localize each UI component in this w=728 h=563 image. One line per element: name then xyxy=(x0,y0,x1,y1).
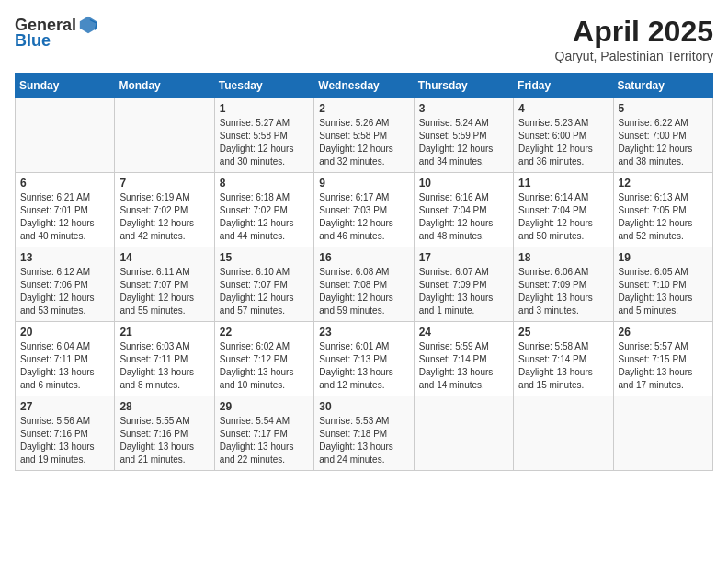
day-info: Sunrise: 6:18 AM Sunset: 7:02 PM Dayligh… xyxy=(220,191,309,243)
calendar-cell: 4Sunrise: 5:23 AM Sunset: 6:00 PM Daylig… xyxy=(514,98,613,173)
day-number: 22 xyxy=(220,326,309,339)
day-info: Sunrise: 6:22 AM Sunset: 7:00 PM Dayligh… xyxy=(619,117,708,168)
day-info: Sunrise: 6:16 AM Sunset: 7:04 PM Dayligh… xyxy=(419,191,508,243)
calendar-cell: 7Sunrise: 6:19 AM Sunset: 7:02 PM Daylig… xyxy=(115,173,214,247)
calendar-cell: 24Sunrise: 5:59 AM Sunset: 7:14 PM Dayli… xyxy=(414,322,513,396)
day-number: 13 xyxy=(20,251,109,264)
day-info: Sunrise: 6:21 AM Sunset: 7:01 PM Dayligh… xyxy=(20,191,109,243)
calendar-cell: 19Sunrise: 6:05 AM Sunset: 7:10 PM Dayli… xyxy=(613,247,712,322)
calendar-cell: 11Sunrise: 6:14 AM Sunset: 7:04 PM Dayli… xyxy=(514,173,613,247)
day-number: 6 xyxy=(20,177,109,190)
day-number: 23 xyxy=(319,326,408,339)
day-info: Sunrise: 6:19 AM Sunset: 7:02 PM Dayligh… xyxy=(119,191,209,243)
day-info: Sunrise: 5:24 AM Sunset: 5:59 PM Dayligh… xyxy=(419,117,508,168)
day-info: Sunrise: 6:13 AM Sunset: 7:05 PM Dayligh… xyxy=(619,191,708,243)
day-number: 3 xyxy=(419,102,508,115)
calendar-cell: 5Sunrise: 6:22 AM Sunset: 7:00 PM Daylig… xyxy=(613,98,712,173)
day-number: 16 xyxy=(319,251,408,264)
calendar-cell: 9Sunrise: 6:17 AM Sunset: 7:03 PM Daylig… xyxy=(314,173,414,247)
calendar-cell: 12Sunrise: 6:13 AM Sunset: 7:05 PM Dayli… xyxy=(613,173,712,247)
calendar-cell: 14Sunrise: 6:11 AM Sunset: 7:07 PM Dayli… xyxy=(115,247,214,322)
day-info: Sunrise: 6:05 AM Sunset: 7:10 PM Dayligh… xyxy=(619,266,708,317)
day-info: Sunrise: 6:01 AM Sunset: 7:13 PM Dayligh… xyxy=(319,340,408,392)
day-info: Sunrise: 6:10 AM Sunset: 7:07 PM Dayligh… xyxy=(220,266,309,317)
calendar-table: SundayMondayTuesdayWednesdayThursdayFrid… xyxy=(15,73,713,471)
calendar-cell xyxy=(514,396,613,471)
calendar-cell: 2Sunrise: 5:26 AM Sunset: 5:58 PM Daylig… xyxy=(314,98,414,173)
day-info: Sunrise: 6:14 AM Sunset: 7:04 PM Dayligh… xyxy=(518,191,608,243)
day-info: Sunrise: 6:03 AM Sunset: 7:11 PM Dayligh… xyxy=(119,340,209,392)
day-number: 14 xyxy=(119,251,209,264)
day-number: 28 xyxy=(119,400,209,413)
calendar-day-header: Wednesday xyxy=(314,74,414,98)
calendar-day-header: Saturday xyxy=(613,74,712,98)
calendar-cell: 18Sunrise: 6:06 AM Sunset: 7:09 PM Dayli… xyxy=(514,247,613,322)
day-info: Sunrise: 6:02 AM Sunset: 7:12 PM Dayligh… xyxy=(220,340,309,392)
calendar-cell: 1Sunrise: 5:27 AM Sunset: 5:58 PM Daylig… xyxy=(214,98,313,173)
day-info: Sunrise: 6:17 AM Sunset: 7:03 PM Dayligh… xyxy=(319,191,408,243)
calendar-cell xyxy=(414,396,513,471)
day-info: Sunrise: 5:59 AM Sunset: 7:14 PM Dayligh… xyxy=(419,340,508,392)
day-info: Sunrise: 6:06 AM Sunset: 7:09 PM Dayligh… xyxy=(518,266,608,317)
day-number: 25 xyxy=(518,326,608,339)
calendar-cell: 27Sunrise: 5:56 AM Sunset: 7:16 PM Dayli… xyxy=(16,396,115,471)
day-number: 1 xyxy=(220,102,309,115)
day-number: 10 xyxy=(419,177,508,190)
day-number: 19 xyxy=(619,251,708,264)
calendar-cell: 23Sunrise: 6:01 AM Sunset: 7:13 PM Dayli… xyxy=(314,322,414,396)
day-number: 8 xyxy=(220,177,309,190)
day-number: 18 xyxy=(518,251,608,264)
day-info: Sunrise: 5:23 AM Sunset: 6:00 PM Dayligh… xyxy=(518,117,608,168)
calendar-cell: 10Sunrise: 6:16 AM Sunset: 7:04 PM Dayli… xyxy=(414,173,513,247)
calendar-day-header: Sunday xyxy=(16,74,115,98)
day-info: Sunrise: 6:07 AM Sunset: 7:09 PM Dayligh… xyxy=(419,266,508,317)
logo: General Blue xyxy=(15,15,98,51)
title-block: April 2025 Qaryut, Palestinian Territory xyxy=(555,15,713,63)
day-info: Sunrise: 6:04 AM Sunset: 7:11 PM Dayligh… xyxy=(20,340,109,392)
day-number: 15 xyxy=(220,251,309,264)
calendar-cell: 21Sunrise: 6:03 AM Sunset: 7:11 PM Dayli… xyxy=(115,322,214,396)
calendar-cell: 13Sunrise: 6:12 AM Sunset: 7:06 PM Dayli… xyxy=(16,247,115,322)
day-number: 9 xyxy=(319,177,408,190)
calendar-cell: 15Sunrise: 6:10 AM Sunset: 7:07 PM Dayli… xyxy=(214,247,313,322)
day-info: Sunrise: 5:55 AM Sunset: 7:16 PM Dayligh… xyxy=(119,415,209,466)
calendar-week-row: 20Sunrise: 6:04 AM Sunset: 7:11 PM Dayli… xyxy=(16,322,713,396)
calendar-header-row: SundayMondayTuesdayWednesdayThursdayFrid… xyxy=(16,74,713,98)
day-info: Sunrise: 5:56 AM Sunset: 7:16 PM Dayligh… xyxy=(20,415,109,466)
day-number: 11 xyxy=(518,177,608,190)
calendar-day-header: Thursday xyxy=(414,74,513,98)
calendar-cell: 28Sunrise: 5:55 AM Sunset: 7:16 PM Dayli… xyxy=(115,396,214,471)
logo-text-blue: Blue xyxy=(15,31,51,51)
page-header: General Blue April 2025 Qaryut, Palestin… xyxy=(15,15,713,63)
day-number: 17 xyxy=(419,251,508,264)
calendar-cell xyxy=(115,98,214,173)
calendar-cell: 16Sunrise: 6:08 AM Sunset: 7:08 PM Dayli… xyxy=(314,247,414,322)
day-info: Sunrise: 6:12 AM Sunset: 7:06 PM Dayligh… xyxy=(20,266,109,317)
day-info: Sunrise: 5:53 AM Sunset: 7:18 PM Dayligh… xyxy=(319,415,408,466)
calendar-cell: 3Sunrise: 5:24 AM Sunset: 5:59 PM Daylig… xyxy=(414,98,513,173)
calendar-day-header: Friday xyxy=(514,74,613,98)
day-number: 5 xyxy=(619,102,708,115)
day-number: 21 xyxy=(119,326,209,339)
calendar-cell: 20Sunrise: 6:04 AM Sunset: 7:11 PM Dayli… xyxy=(16,322,115,396)
calendar-week-row: 6Sunrise: 6:21 AM Sunset: 7:01 PM Daylig… xyxy=(16,173,713,247)
day-number: 20 xyxy=(20,326,109,339)
day-number: 30 xyxy=(319,400,408,413)
calendar-cell: 8Sunrise: 6:18 AM Sunset: 7:02 PM Daylig… xyxy=(214,173,313,247)
day-info: Sunrise: 6:11 AM Sunset: 7:07 PM Dayligh… xyxy=(119,266,209,317)
calendar-week-row: 13Sunrise: 6:12 AM Sunset: 7:06 PM Dayli… xyxy=(16,247,713,322)
calendar-cell: 29Sunrise: 5:54 AM Sunset: 7:17 PM Dayli… xyxy=(214,396,313,471)
day-number: 27 xyxy=(20,400,109,413)
day-info: Sunrise: 5:54 AM Sunset: 7:17 PM Dayligh… xyxy=(220,415,309,466)
calendar-cell xyxy=(613,396,712,471)
calendar-day-header: Monday xyxy=(115,74,214,98)
calendar-subtitle: Qaryut, Palestinian Territory xyxy=(555,49,713,63)
calendar-cell: 6Sunrise: 6:21 AM Sunset: 7:01 PM Daylig… xyxy=(16,173,115,247)
day-info: Sunrise: 5:27 AM Sunset: 5:58 PM Dayligh… xyxy=(220,117,309,168)
day-number: 2 xyxy=(319,102,408,115)
calendar-cell xyxy=(16,98,115,173)
calendar-cell: 17Sunrise: 6:07 AM Sunset: 7:09 PM Dayli… xyxy=(414,247,513,322)
day-number: 24 xyxy=(419,326,508,339)
day-number: 12 xyxy=(619,177,708,190)
calendar-week-row: 1Sunrise: 5:27 AM Sunset: 5:58 PM Daylig… xyxy=(16,98,713,173)
